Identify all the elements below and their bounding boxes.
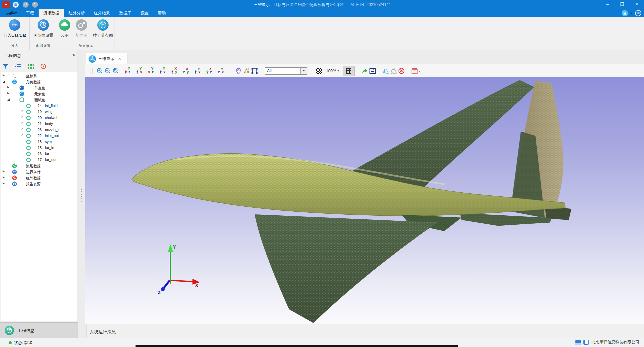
locate-target-icon[interactable]: [39, 62, 47, 70]
tree-checkbox[interactable]: [20, 110, 24, 114]
tree-checkbox[interactable]: [20, 158, 24, 162]
tree-checkbox[interactable]: [6, 176, 10, 180]
restore-button[interactable]: ❐: [615, 0, 629, 9]
node-graph-icon[interactable]: [242, 67, 250, 75]
tree-checkbox[interactable]: [20, 134, 24, 138]
circle-nodes-icon[interactable]: [390, 67, 398, 75]
tree-checkbox[interactable]: [20, 146, 24, 150]
menu-tab-infrared-analysis[interactable]: 红外分析: [64, 9, 89, 17]
tree-item[interactable]: ▶ 节点集: [1, 85, 77, 91]
window-layout-icon[interactable]: ▥: [635, 10, 641, 16]
tree-checkbox[interactable]: [6, 170, 10, 174]
ribbon-collapse-icon[interactable]: ⌃: [635, 45, 638, 49]
menu-tab-flowfield-data[interactable]: 流场数据: [39, 9, 64, 17]
particle-distribution-button[interactable]: 粒子分布图: [91, 18, 115, 38]
contour-plot-button[interactable]: 云图: [57, 18, 72, 38]
viewport-3d[interactable]: Y X Z: [85, 77, 644, 324]
tree-item[interactable]: ◢ 几何数据: [1, 79, 77, 85]
tree-checkbox[interactable]: [20, 116, 24, 120]
close-button[interactable]: ✕: [629, 0, 644, 9]
panel-splitter[interactable]: [78, 50, 85, 338]
tree-checkbox[interactable]: [6, 182, 10, 186]
export-share-icon[interactable]: [361, 67, 369, 75]
view-bottom-icon[interactable]: xzy: [183, 67, 190, 75]
panel-bottom-bar[interactable]: 工程信息: [0, 322, 78, 338]
menu-tab-infrared-results[interactable]: 红外结果: [89, 9, 115, 17]
view-top-icon[interactable]: Xzy: [171, 67, 178, 75]
view-iso-3-icon[interactable]: yzx: [218, 67, 225, 75]
tree-item[interactable]: 流场数据: [1, 163, 77, 169]
view-left-icon[interactable]: Yxz: [148, 67, 155, 75]
tree-checkbox[interactable]: [20, 152, 24, 156]
toolbar-drag-handle[interactable]: [88, 67, 96, 75]
tree-checkbox[interactable]: [6, 80, 10, 84]
select-region-icon[interactable]: [250, 67, 258, 75]
console-panel-icon[interactable]: [575, 340, 581, 345]
panel-collapse-icon[interactable]: <: [72, 52, 75, 57]
cancel-icon[interactable]: [398, 67, 406, 75]
menu-tab-help[interactable]: 帮助: [153, 9, 170, 17]
tree-checkbox[interactable]: [13, 98, 17, 102]
menu-tab-database[interactable]: 数据库: [115, 9, 136, 17]
tree-item[interactable]: 22 - inlet_out: [1, 133, 77, 139]
tree-item[interactable]: ▶ 红外数据: [1, 175, 77, 181]
tree-item[interactable]: 20 - chuiwei: [1, 115, 77, 121]
tree-item[interactable]: ▶ 报告资源: [1, 181, 77, 187]
tree-item[interactable]: ▶ 边界条件: [1, 169, 77, 175]
tree-expand-icon[interactable]: ▶: [7, 92, 11, 95]
grid-view-icon[interactable]: [27, 62, 35, 70]
tree-item[interactable]: ▶ 元素集: [1, 91, 77, 97]
display-filter-select[interactable]: All ▼: [265, 67, 307, 75]
zoom-in-icon[interactable]: [96, 67, 104, 75]
archive-dropdown-icon[interactable]: ⌄: [419, 69, 421, 72]
tab-3d-display[interactable]: 三维显示 ✕: [86, 53, 128, 64]
zoom-level-value[interactable]: 100%: [326, 69, 336, 73]
tab-close-icon[interactable]: ✕: [118, 57, 121, 61]
tree-item[interactable]: 15 - far_in: [1, 145, 77, 151]
tree-checkbox[interactable]: [20, 128, 24, 132]
tree-item[interactable]: 18 - sym: [1, 139, 77, 145]
tree-item[interactable]: 19 - wing: [1, 109, 77, 115]
tree-checkbox[interactable]: [20, 104, 24, 108]
tree-item[interactable]: 23 - nozzle_in: [1, 127, 77, 133]
theme-style-icon[interactable]: ▣: [622, 10, 628, 16]
show-grid-button-active[interactable]: [343, 66, 355, 76]
probe-locate-icon[interactable]: [234, 67, 242, 75]
menu-tab-engineering[interactable]: 工程: [21, 9, 39, 17]
view-iso-2-icon[interactable]: xyz: [206, 67, 213, 75]
tree-expand-icon[interactable]: ▶: [7, 86, 11, 89]
import-casdat-button[interactable]: cas 导入Cas/Dat: [1, 18, 28, 38]
zoom-level-dropdown-icon[interactable]: ▼: [337, 69, 340, 72]
archive-box-icon[interactable]: [411, 67, 419, 75]
collapse-list-icon[interactable]: [14, 62, 22, 70]
view-right-icon[interactable]: Yzx: [160, 67, 167, 75]
tree-item[interactable]: ◢ 面域集: [1, 97, 77, 103]
view-back-icon[interactable]: Yzx: [136, 67, 144, 75]
tree-checkbox[interactable]: [13, 92, 17, 96]
combo-dropdown-icon[interactable]: ▼: [300, 68, 307, 74]
periodic-surface-settings-button[interactable]: 周期面设置: [31, 18, 55, 38]
menu-tab-settings[interactable]: 设置: [136, 9, 153, 17]
snapshot-image-icon[interactable]: [369, 67, 377, 75]
tree-checkbox[interactable]: [20, 140, 24, 144]
tree-item[interactable]: 14 - int_fluid: [1, 103, 77, 109]
tree-checkbox[interactable]: [13, 86, 17, 90]
view-front-icon[interactable]: Yxz: [125, 67, 132, 75]
tree-item[interactable]: 21 - body: [1, 121, 77, 127]
tree-checkbox[interactable]: [6, 74, 10, 78]
zoom-fit-icon[interactable]: [112, 67, 120, 75]
mirror-symmetry-icon[interactable]: [382, 67, 390, 75]
sidebar-panel-icon[interactable]: [583, 340, 589, 345]
tree-item[interactable]: ▶ Yzx 坐标系: [1, 73, 77, 79]
splitter-handle[interactable]: [81, 188, 82, 202]
tree-checkbox[interactable]: [20, 122, 24, 126]
minimize-button[interactable]: ─: [600, 0, 615, 9]
zoom-out-icon[interactable]: [104, 67, 112, 75]
tree-checkbox[interactable]: [6, 164, 10, 168]
tree-item[interactable]: 16 - far: [1, 151, 77, 157]
background-pattern-icon[interactable]: [316, 68, 322, 74]
theme-dropdown-icon[interactable]: ▼: [630, 12, 633, 15]
view-iso-1-icon[interactable]: yzx: [194, 67, 202, 75]
tree-item[interactable]: 17 - far_out: [1, 157, 77, 163]
tree-expand-icon[interactable]: ◢: [7, 98, 11, 101]
